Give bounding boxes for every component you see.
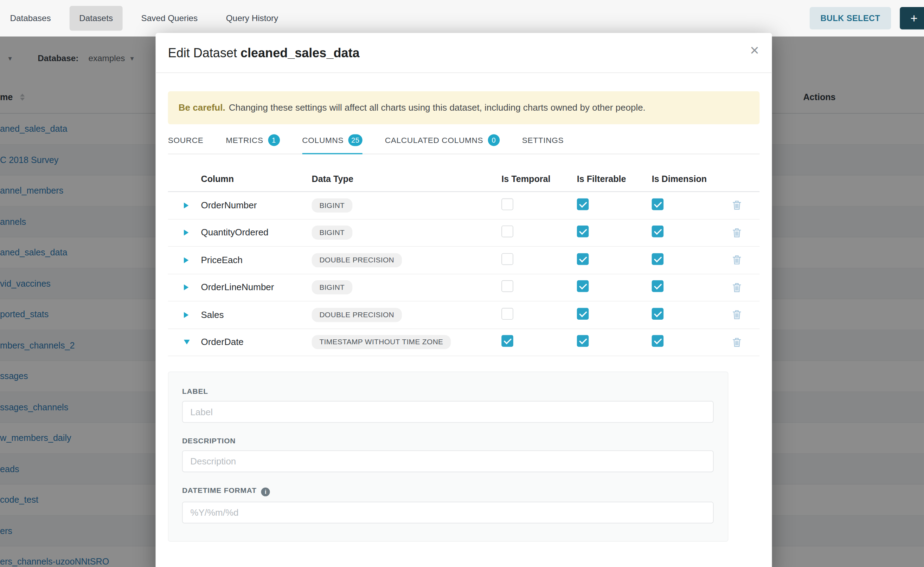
- warning-banner: Be careful. Changing these settings will…: [168, 92, 760, 124]
- nav-items: Databases Datasets Saved Queries Query H…: [0, 0, 924, 36]
- warning-bold-text: Be careful.: [179, 103, 226, 113]
- column-detail-panel: LABEL DESCRIPTION DATETIME FORMATi: [168, 372, 728, 542]
- label-input[interactable]: [182, 401, 714, 423]
- tab-label: COLUMNS: [302, 136, 343, 144]
- is-temporal-checkbox[interactable]: [501, 335, 513, 347]
- header-is-filterable: Is Filterable: [577, 174, 652, 183]
- column-name: Sales: [201, 309, 312, 320]
- delete-column-icon[interactable]: [732, 255, 741, 265]
- tab-calculated-columns[interactable]: CALCULATED COLUMNS 0: [385, 124, 500, 154]
- header-data-type: Data Type: [312, 174, 502, 183]
- delete-column-icon[interactable]: [732, 282, 741, 292]
- bulk-select-button[interactable]: BULK SELECT: [810, 7, 891, 30]
- datetime-format-field: DATETIME FORMATi: [182, 486, 712, 524]
- column-row: OrderDate TIMESTAMP WITHOUT TIME ZONE: [168, 329, 760, 356]
- label-field: LABEL: [182, 387, 712, 423]
- data-type-pill: TIMESTAMP WITHOUT TIME ZONE: [312, 335, 451, 349]
- is-dimension-checkbox[interactable]: [652, 225, 664, 237]
- screen: ▾ Database: examples ▾ me Actions aned_s…: [0, 0, 924, 567]
- nav-item-query-history[interactable]: Query History: [217, 6, 287, 31]
- is-dimension-checkbox[interactable]: [652, 335, 664, 347]
- column-name: PriceEach: [201, 255, 312, 265]
- nav-item-databases[interactable]: Databases: [1, 6, 60, 31]
- tab-columns[interactable]: COLUMNS 25: [302, 124, 363, 154]
- datetime-format-field-label: DATETIME FORMATi: [182, 486, 712, 496]
- is-dimension-checkbox[interactable]: [652, 198, 664, 210]
- is-temporal-checkbox[interactable]: [501, 280, 513, 292]
- tab-metrics[interactable]: METRICS 1: [226, 124, 280, 154]
- column-row: OrderNumber BIGINT: [168, 192, 760, 219]
- modal-title: Edit Dataset cleaned_sales_data: [168, 46, 360, 61]
- data-type-pill: BIGINT: [312, 198, 352, 212]
- tab-label: SETTINGS: [522, 136, 564, 144]
- header-is-temporal: Is Temporal: [501, 174, 577, 183]
- table-header-row: Column Data Type Is Temporal Is Filterab…: [168, 154, 760, 192]
- tab-settings[interactable]: SETTINGS: [522, 124, 564, 154]
- data-type-pill: DOUBLE PRECISION: [312, 308, 402, 322]
- is-filterable-checkbox[interactable]: [577, 253, 589, 265]
- is-dimension-checkbox[interactable]: [652, 280, 664, 292]
- modal-title-dataset: cleaned_sales_data: [241, 46, 360, 60]
- nav-item-saved-queries[interactable]: Saved Queries: [132, 6, 207, 31]
- modal-header: Edit Dataset cleaned_sales_data ×: [155, 33, 772, 73]
- datetime-format-input[interactable]: [182, 502, 714, 524]
- column-name: OrderDate: [201, 337, 312, 347]
- expand-caret-icon[interactable]: [184, 285, 188, 291]
- edit-dataset-modal: Edit Dataset cleaned_sales_data × Be car…: [155, 33, 772, 567]
- info-icon[interactable]: i: [261, 488, 270, 496]
- column-name: QuantityOrdered: [201, 227, 312, 238]
- expand-caret-icon[interactable]: [184, 257, 188, 263]
- top-nav: Databases Datasets Saved Queries Query H…: [0, 0, 924, 36]
- expand-caret-icon[interactable]: [184, 230, 188, 236]
- is-filterable-checkbox[interactable]: [577, 308, 589, 320]
- column-row: Sales DOUBLE PRECISION: [168, 302, 760, 329]
- is-temporal-checkbox[interactable]: [501, 225, 513, 237]
- header-is-dimension: Is Dimension: [652, 174, 733, 183]
- warning-text: Changing these settings will affect all …: [229, 103, 646, 113]
- data-type-pill: BIGINT: [312, 280, 352, 294]
- datetime-format-label-text: DATETIME FORMAT: [182, 486, 257, 494]
- is-filterable-checkbox[interactable]: [577, 198, 589, 210]
- is-temporal-checkbox[interactable]: [501, 198, 513, 210]
- is-temporal-checkbox[interactable]: [501, 253, 513, 265]
- description-input[interactable]: [182, 450, 714, 472]
- add-dataset-button[interactable]: +: [900, 7, 924, 30]
- description-field-label: DESCRIPTION: [182, 437, 712, 445]
- collapse-caret-icon[interactable]: [184, 340, 190, 344]
- expand-caret-icon[interactable]: [184, 312, 188, 318]
- description-field: DESCRIPTION: [182, 437, 712, 472]
- expand-caret-icon[interactable]: [184, 202, 188, 208]
- data-type-pill: BIGINT: [312, 225, 352, 240]
- header-column: Column: [201, 174, 312, 183]
- column-name: OrderNumber: [201, 200, 312, 210]
- tab-source[interactable]: SOURCE: [168, 124, 203, 154]
- columns-table: Column Data Type Is Temporal Is Filterab…: [168, 154, 760, 356]
- is-filterable-checkbox[interactable]: [577, 335, 589, 347]
- tab-bar: SOURCE METRICS 1 COLUMNS 25 CALCULATED C…: [168, 124, 760, 154]
- tab-label: METRICS: [226, 136, 263, 144]
- tab-label: SOURCE: [168, 136, 203, 144]
- is-filterable-checkbox[interactable]: [577, 225, 589, 237]
- delete-column-icon[interactable]: [732, 337, 741, 347]
- tab-label: CALCULATED COLUMNS: [385, 136, 483, 144]
- column-row: QuantityOrdered BIGINT: [168, 219, 760, 247]
- delete-column-icon[interactable]: [732, 200, 741, 210]
- is-dimension-checkbox[interactable]: [652, 308, 664, 320]
- tab-count-badge: 25: [348, 134, 363, 146]
- label-field-label: LABEL: [182, 387, 712, 396]
- tab-count-badge: 1: [268, 134, 280, 146]
- is-dimension-checkbox[interactable]: [652, 253, 664, 265]
- column-row: PriceEach DOUBLE PRECISION: [168, 247, 760, 274]
- nav-item-datasets[interactable]: Datasets: [69, 6, 122, 31]
- delete-column-icon[interactable]: [732, 310, 741, 320]
- data-type-pill: DOUBLE PRECISION: [312, 253, 402, 267]
- tab-count-badge: 0: [488, 134, 500, 146]
- column-name: OrderLineNumber: [201, 282, 312, 292]
- column-row: OrderLineNumber BIGINT: [168, 274, 760, 302]
- modal-title-prefix: Edit Dataset: [168, 46, 237, 60]
- close-icon[interactable]: ×: [750, 42, 759, 58]
- is-temporal-checkbox[interactable]: [501, 308, 513, 320]
- is-filterable-checkbox[interactable]: [577, 280, 589, 292]
- delete-column-icon[interactable]: [732, 228, 741, 237]
